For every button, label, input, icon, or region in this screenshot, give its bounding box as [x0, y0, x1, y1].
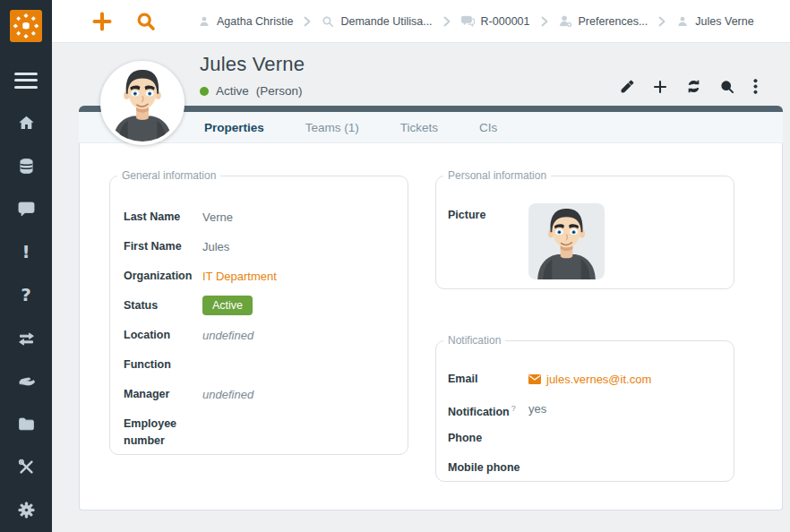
- field-value: Jules: [202, 238, 399, 255]
- field-value: undefined: [202, 327, 399, 344]
- field-row-organization: Organization IT Department: [124, 268, 399, 297]
- field-label: Location: [124, 327, 202, 344]
- itop-logo-icon: [13, 13, 39, 39]
- alerts-icon[interactable]: !: [17, 243, 36, 262]
- breadcrumb-label: Demande Utilisa...: [340, 15, 432, 28]
- field-label: Notification?: [448, 400, 528, 421]
- field-row-mobile-phone: Mobile phone: [448, 459, 725, 489]
- email-link[interactable]: jules.vernes@it.com: [528, 371, 725, 388]
- global-search-icon[interactable]: [136, 12, 156, 31]
- field-label: Last Name: [124, 209, 202, 226]
- organization-link[interactable]: IT Department: [202, 268, 399, 285]
- sidebar-nav: ! ?: [17, 114, 36, 519]
- field-label: Mobile phone: [448, 459, 528, 476]
- refresh-icon[interactable]: [686, 79, 701, 94]
- field-label: Employee number: [124, 416, 202, 450]
- documents-folder-icon[interactable]: [17, 415, 36, 433]
- tab-cis[interactable]: CIs: [479, 121, 497, 134]
- services-hand-icon[interactable]: [17, 372, 36, 390]
- transfers-icon[interactable]: [17, 329, 36, 348]
- field-value: yes: [528, 400, 725, 417]
- chevron-right-icon: [540, 16, 549, 27]
- field-label: Organization: [124, 268, 202, 285]
- picture-image: [528, 203, 605, 279]
- record-panel: Properties Teams (1) Tickets CIs General…: [79, 106, 783, 511]
- help-icon[interactable]: ?: [17, 286, 36, 305]
- field-row-picture: Picture: [448, 207, 725, 236]
- breadcrumb-item-preferences[interactable]: Preferences...: [559, 14, 648, 28]
- tab-bar: Properties Teams (1) Tickets CIs: [79, 106, 783, 143]
- sidebar: ! ?: [0, 0, 52, 532]
- user-gear-icon: [559, 14, 572, 28]
- field-label: Picture: [448, 207, 528, 224]
- breadcrumb-item-person[interactable]: Jules Verne: [676, 15, 753, 28]
- home-icon[interactable]: [17, 114, 36, 133]
- breadcrumb-item-search[interactable]: Demande Utilisa...: [322, 15, 432, 28]
- chevron-right-icon: [657, 16, 666, 27]
- person-icon: [198, 15, 210, 28]
- field-row-employee-number: Employee number: [124, 416, 399, 475]
- avatar-illustration: [104, 64, 181, 142]
- edit-pencil-icon[interactable]: [620, 80, 634, 94]
- chat-icon: [461, 14, 475, 28]
- tools-icon[interactable]: [17, 458, 36, 476]
- field-row-function: Function: [124, 356, 399, 386]
- field-row-email: Email jules.vernes@it.com: [448, 371, 725, 400]
- breadcrumb-item-request[interactable]: R-000001: [461, 14, 530, 28]
- menu-toggle-icon[interactable]: [14, 68, 38, 92]
- chat-icon[interactable]: [17, 200, 36, 219]
- itop-logo[interactable]: [10, 10, 42, 42]
- field-row-notification: Notification? yes: [448, 400, 725, 430]
- add-plus-icon[interactable]: [653, 80, 667, 94]
- status-qualifier: (Person): [256, 84, 303, 98]
- database-icon[interactable]: [17, 157, 36, 176]
- field-row-manager: Manager undefined: [124, 386, 399, 416]
- topbar: Agatha Christie Demande Utilisa... R-000…: [52, 0, 790, 43]
- status-badge: Active: [202, 296, 253, 315]
- field-label: First Name: [124, 238, 202, 255]
- field-label: Phone: [448, 430, 528, 447]
- field-label: Manager: [124, 386, 202, 403]
- field-row-location: Location undefined: [124, 327, 399, 356]
- search-record-icon[interactable]: [720, 80, 734, 94]
- main-content: Jules Verne Active (Person): [52, 43, 790, 532]
- chevron-right-icon: [442, 16, 451, 27]
- properties-card: General information Last Name Verne Firs…: [79, 143, 783, 511]
- field-row-phone: Phone: [448, 430, 725, 459]
- avatar-illustration: [528, 203, 605, 279]
- field-label: Email: [448, 371, 528, 388]
- tab-tickets[interactable]: Tickets: [400, 121, 438, 134]
- tab-properties[interactable]: Properties: [204, 121, 264, 134]
- field-value: Verne: [202, 209, 399, 226]
- field-label: Status: [124, 297, 202, 314]
- settings-gear-icon[interactable]: [17, 501, 36, 519]
- field-row-last-name: Last Name Verne: [124, 209, 399, 238]
- fieldset-legend: Notification: [443, 334, 505, 347]
- field-row-first-name: First Name Jules: [124, 238, 399, 268]
- field-row-status: Status Active: [124, 297, 399, 327]
- status-text: Active: [216, 84, 249, 98]
- breadcrumb-label: Preferences...: [579, 15, 648, 28]
- record-avatar: [100, 61, 185, 145]
- envelope-icon: [528, 374, 541, 384]
- breadcrumb-label: Agatha Christie: [217, 15, 293, 28]
- create-new-icon[interactable]: [92, 12, 112, 31]
- page-title: Jules Verne: [200, 53, 305, 76]
- record-actions: [620, 79, 758, 94]
- question-glyph: ?: [21, 286, 31, 305]
- fieldset-general-information: General information Last Name Verne Firs…: [109, 176, 408, 455]
- breadcrumb: Agatha Christie Demande Utilisa... R-000…: [198, 14, 754, 28]
- field-value: undefined: [202, 386, 399, 403]
- fieldset-legend: Personal information: [443, 169, 551, 182]
- tab-teams[interactable]: Teams (1): [305, 121, 359, 134]
- status-dot: [200, 87, 209, 96]
- more-kebab-icon[interactable]: [753, 79, 758, 94]
- email-text: jules.vernes@it.com: [546, 371, 651, 388]
- breadcrumb-label: Jules Verne: [695, 15, 753, 28]
- chevron-right-icon: [303, 16, 312, 27]
- record-header: Jules Verne Active (Person): [200, 53, 305, 98]
- help-hint: ?: [511, 404, 516, 413]
- breadcrumb-item-contact[interactable]: Agatha Christie: [198, 15, 293, 28]
- fieldset-notification: Notification Email jules.vernes@it.com N…: [435, 340, 734, 482]
- breadcrumb-label: R-000001: [481, 15, 530, 28]
